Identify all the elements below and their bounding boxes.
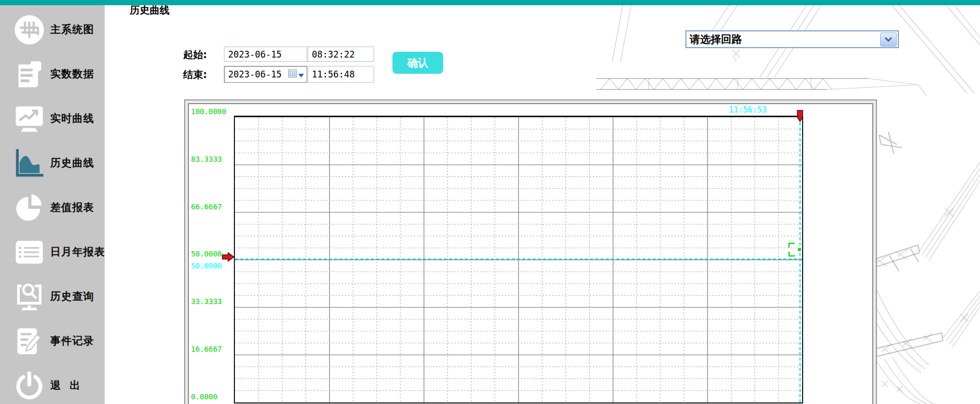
- y-axis-tick: 83.3333: [191, 155, 222, 163]
- plot-area[interactable]: [234, 116, 803, 403]
- end-date-value: 2023-06-15: [228, 69, 281, 80]
- sidebar-item-label: 实时曲线: [50, 111, 94, 126]
- end-label: 结束:: [183, 68, 207, 82]
- y-axis-tick: 50.0000: [191, 250, 222, 258]
- real-data-icon: [14, 59, 45, 90]
- chart-panel: 100.0000 83.3333 66.6667 50.0000 33.3333…: [184, 99, 877, 404]
- confirm-button[interactable]: 确认: [392, 52, 443, 74]
- start-time-input[interactable]: 08:32:22: [308, 47, 374, 62]
- cursor-left-arrow-icon[interactable]: [221, 252, 235, 262]
- chart-canvas: 100.0000 83.3333 66.6667 50.0000 33.3333…: [188, 103, 873, 404]
- calendar-icon: [288, 69, 297, 80]
- sidebar-item-history-curve[interactable]: 历史曲线: [0, 141, 105, 185]
- cursor-point-marker: [787, 241, 802, 258]
- grid-lines: [235, 117, 802, 402]
- diff-report-icon: [14, 192, 45, 223]
- y-axis-tick: 0.0000: [191, 392, 218, 401]
- date-dropdown-arrow-icon[interactable]: [298, 69, 304, 80]
- dmy-report-icon: [14, 237, 45, 268]
- sidebar-item-label: 实数数据: [50, 67, 94, 81]
- sidebar-item-main-system[interactable]: 主系统图: [0, 7, 105, 52]
- sidebar-item-event-record[interactable]: 事件记录: [0, 319, 105, 363]
- sidebar-item-diff-report[interactable]: 差值报表: [0, 185, 105, 230]
- exit-icon: [14, 370, 45, 401]
- cursor-flag-icon[interactable]: [796, 110, 804, 122]
- cursor-horizontal-line: [235, 259, 802, 260]
- y-axis-tick: 66.6667: [191, 203, 222, 211]
- sidebar-item-label: 退 出: [50, 378, 81, 392]
- history-query-icon: [14, 281, 45, 312]
- start-label: 起始:: [183, 48, 207, 62]
- cursor-time-label: 11:56:53: [729, 105, 767, 115]
- circuit-select[interactable]: 请选择回路: [685, 30, 899, 48]
- sidebar-item-label: 历史曲线: [50, 156, 94, 170]
- sidebar-item-label: 事件记录: [50, 334, 94, 348]
- app-window: { "colors": { "accent_teal": "#00A9A3", …: [0, 0, 980, 404]
- sidebar-item-realtime-curve[interactable]: 实时曲线: [0, 96, 105, 141]
- y-axis-tick: 16.6667: [191, 345, 222, 353]
- sidebar-item-label: 历史查询: [50, 289, 94, 304]
- cursor-vertical-line: [799, 117, 801, 402]
- page-title: 历史曲线: [130, 4, 170, 17]
- event-record-icon: [14, 326, 45, 357]
- sidebar-item-history-query[interactable]: 历史查询: [0, 274, 105, 319]
- main-system-icon: [14, 14, 45, 46]
- cursor-value-label: 50.0000: [191, 262, 222, 270]
- sidebar-nav: 主系统图 实数数据 实时曲线 历史曲线: [0, 5, 105, 404]
- sidebar-item-dmy-report[interactable]: 日月年报表: [0, 230, 105, 274]
- sidebar-item-label: 差值报表: [50, 200, 94, 215]
- chevron-down-icon[interactable]: [880, 32, 897, 47]
- realtime-curve-icon: [14, 103, 45, 134]
- history-curve-icon: [14, 148, 45, 179]
- y-axis-tick: 100.0000: [191, 107, 226, 116]
- y-axis-tick: 33.3333: [191, 297, 222, 306]
- end-date-picker[interactable]: 2023-06-15: [224, 66, 307, 83]
- sidebar-item-label: 日月年报表: [50, 245, 105, 259]
- end-time-input[interactable]: 11:56:48: [308, 66, 374, 83]
- sidebar-item-label: 主系统图: [50, 23, 94, 37]
- circuit-select-value: 请选择回路: [686, 32, 880, 47]
- start-date-input[interactable]: 2023-06-15: [224, 47, 307, 62]
- sidebar-item-real-data[interactable]: 实数数据: [0, 52, 105, 96]
- sidebar-item-exit[interactable]: 退 出: [0, 363, 105, 404]
